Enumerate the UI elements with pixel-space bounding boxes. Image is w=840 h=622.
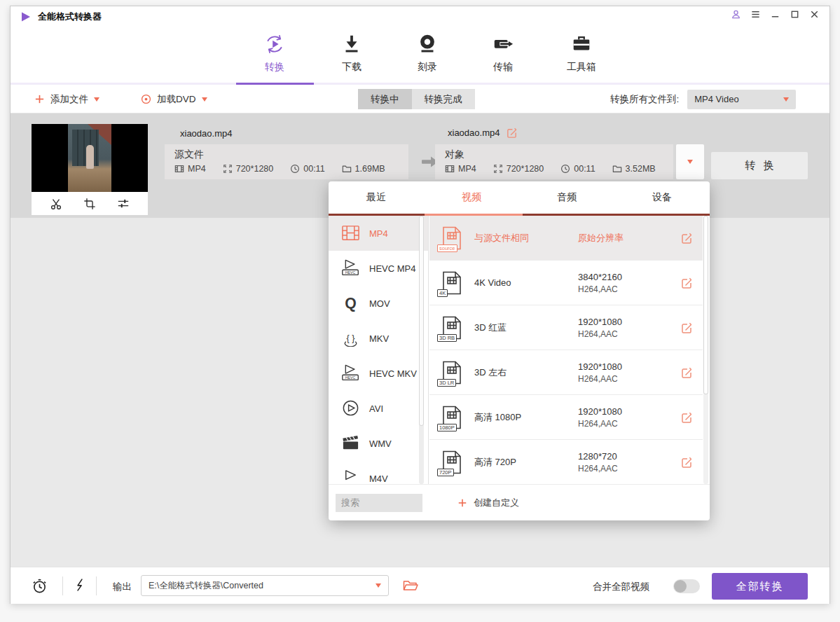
- hevc-icon: HEVC: [341, 259, 360, 277]
- preset-item-3d-red-blue[interactable]: 3D RB 3D 红蓝 1920*1080 H264,AAC: [429, 305, 703, 350]
- bottombar: 输出 E:\全能格式转换器\Converted 合并全部视频 全部转换: [11, 567, 829, 604]
- resolution-icon: [493, 164, 503, 174]
- merge-all-label: 合并全部视频: [593, 581, 649, 593]
- clock-icon: [560, 164, 570, 174]
- preset-item-hd-1080p[interactable]: 1080P 高清 1080P 1920*1080 H264,AAC: [429, 395, 703, 440]
- app-logo-icon: [20, 11, 32, 22]
- maximize-button[interactable]: [790, 9, 800, 20]
- edit-preset-icon[interactable]: [680, 366, 693, 379]
- film-icon: [174, 164, 184, 174]
- nav-tab-burn[interactable]: 刻录: [399, 33, 455, 74]
- burn-icon: [416, 33, 439, 55]
- high-speed-bolt-icon[interactable]: [73, 578, 87, 594]
- load-dvd-button[interactable]: 加载DVD: [141, 85, 207, 113]
- video-file-icon: 3D RB: [439, 315, 464, 340]
- output-path-value: E:\全能格式转换器\Converted: [149, 580, 263, 592]
- tab-converted[interactable]: 转换完成: [412, 89, 475, 109]
- video-thumbnail: [32, 124, 148, 192]
- popup-tab-audio[interactable]: 音频: [519, 181, 614, 214]
- format-item-m4v[interactable]: M4V: [329, 461, 428, 484]
- edit-preset-icon[interactable]: [680, 456, 693, 469]
- source-resolution: 720*1280: [236, 164, 274, 174]
- svg-text:HEVC: HEVC: [345, 270, 356, 275]
- preset-list: source 与源文件相同 原始分辨率 4K 4K Video 3840*216…: [429, 216, 703, 484]
- app-title: 全能格式转换器: [38, 11, 102, 23]
- convert-state-tabs: 转换中 转换完成: [358, 89, 475, 109]
- preset-item-hd-720p[interactable]: 720P 高清 720P 1280*720 H264,AAC: [429, 440, 703, 484]
- convert-button[interactable]: 转换: [711, 152, 808, 179]
- preset-item-4k-video[interactable]: 4K 4K Video 3840*2160 H264,AAC: [429, 261, 703, 305]
- video-file-icon: 4K: [439, 270, 464, 296]
- format-list-scrollbar[interactable]: [419, 216, 424, 484]
- target-format: MP4: [458, 164, 476, 174]
- add-file-button[interactable]: 添加文件: [34, 85, 99, 113]
- merge-all-toggle[interactable]: [673, 579, 700, 593]
- video-file-icon: 3D LR: [439, 360, 464, 385]
- edit-preset-icon[interactable]: [680, 277, 693, 289]
- output-path-dropdown[interactable]: E:\全能格式转换器\Converted: [141, 575, 389, 596]
- format-badge: 4K: [437, 289, 448, 297]
- account-icon[interactable]: [731, 9, 741, 20]
- format-item-hevc-mp4[interactable]: HEVC HEVC MP4: [329, 251, 428, 286]
- convert-all-button[interactable]: 全部转换: [712, 573, 808, 600]
- format-item-mkv[interactable]: { } MKV: [329, 321, 428, 356]
- svg-text:HEVC: HEVC: [345, 375, 356, 380]
- create-custom-button[interactable]: 创建自定义: [457, 497, 519, 509]
- format-search-input[interactable]: [336, 494, 422, 512]
- titlebar: 全能格式转换器: [11, 6, 829, 27]
- svg-text:Q: Q: [345, 295, 356, 312]
- chevron-down-icon: [783, 97, 789, 102]
- chevron-down-icon: [94, 97, 99, 102]
- crop-icon[interactable]: [83, 198, 96, 210]
- format-item-mp4[interactable]: MP4: [329, 216, 428, 251]
- toolbar: 添加文件 加载DVD 转换中 转换完成 转换所有文件到: MP4 Video: [11, 85, 829, 113]
- close-button[interactable]: [809, 9, 820, 20]
- mkv-icon: { }: [341, 329, 360, 347]
- wmv-icon: [341, 434, 360, 452]
- nav-tab-toolbox[interactable]: 工具箱: [553, 33, 610, 74]
- format-list: MP4 HEVC HEVC MP4 Q MOV { } MKV HEVC HEV…: [329, 216, 429, 484]
- format-item-hevc-mkv[interactable]: HEVC HEVC MKV: [329, 356, 428, 391]
- popup-tab-device[interactable]: 设备: [614, 181, 710, 214]
- plus-icon: [457, 498, 467, 508]
- preset-item-3d-left-right[interactable]: 3D LR 3D 左右 1920*1080 H264,AAC: [429, 350, 703, 395]
- rename-edit-icon[interactable]: [506, 127, 518, 139]
- popup-tab-video[interactable]: 视频: [424, 181, 519, 214]
- video-file-icon: source: [439, 226, 464, 251]
- target-info-card: 对象 MP4 720*1280 00:11 3.52MB: [435, 144, 673, 179]
- popup-footer: 创建自定义: [329, 484, 710, 520]
- folder-icon: [612, 164, 622, 174]
- trim-scissors-icon[interactable]: [50, 198, 62, 210]
- format-badge: 3D RB: [437, 334, 457, 342]
- nav-tab-transfer[interactable]: 传输: [475, 33, 531, 74]
- global-output-format-dropdown[interactable]: MP4 Video: [687, 90, 796, 109]
- format-badge: source: [437, 244, 457, 252]
- source-duration: 00:11: [303, 164, 324, 174]
- effects-sliders-icon[interactable]: [117, 198, 130, 210]
- preset-item-same-as-source[interactable]: source 与源文件相同 原始分辨率: [429, 216, 703, 261]
- minimize-button[interactable]: [770, 9, 780, 20]
- format-item-avi[interactable]: AVI: [329, 391, 428, 426]
- schedule-alarm-icon[interactable]: [32, 578, 48, 594]
- source-file-name: xiaodao.mp4: [180, 128, 232, 139]
- tab-converting[interactable]: 转换中: [358, 89, 412, 109]
- format-item-wmv[interactable]: WMV: [329, 426, 428, 461]
- nav-tab-download[interactable]: 下载: [324, 33, 380, 74]
- edit-preset-icon[interactable]: [680, 411, 693, 424]
- target-size: 3.52MB: [626, 164, 656, 174]
- preset-list-scrollbar[interactable]: [703, 216, 708, 484]
- menu-icon[interactable]: [750, 9, 761, 20]
- nav-tab-convert[interactable]: 转换: [247, 33, 303, 74]
- edit-preset-icon[interactable]: [680, 232, 693, 244]
- convert-all-to: 转换所有文件到: MP4 Video: [610, 85, 796, 113]
- source-info-card: 源文件 MP4 720*1280 00:11 1.69MB: [165, 144, 408, 179]
- format-badge: 720P: [437, 469, 454, 476]
- edit-preset-icon[interactable]: [680, 322, 693, 334]
- chevron-down-icon: [202, 97, 207, 102]
- target-format-dropdown-button[interactable]: [676, 144, 704, 179]
- popup-tab-recent[interactable]: 最近: [329, 181, 424, 214]
- format-badge: 1080P: [437, 424, 457, 431]
- open-folder-icon[interactable]: [403, 579, 418, 593]
- source-format: MP4: [188, 164, 206, 174]
- format-item-mov[interactable]: Q MOV: [329, 286, 428, 321]
